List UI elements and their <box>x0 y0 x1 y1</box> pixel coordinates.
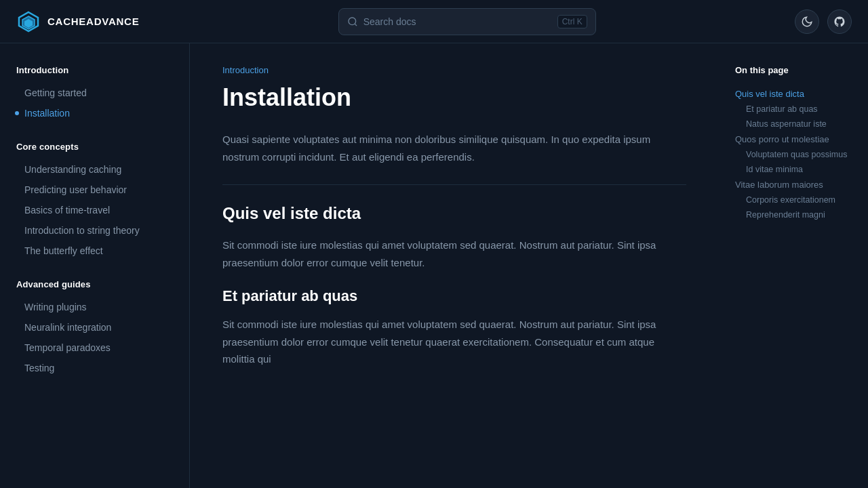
sidebar-section-title-introduction: Introduction <box>16 65 189 75</box>
toc-panel: On this page Quis vel iste dicta Et pari… <box>719 43 868 488</box>
sidebar-item-writing-plugins[interactable]: Writing plugins <box>16 298 189 317</box>
toc-item-quis-vel-iste-dicta[interactable]: Quis vel iste dicta <box>735 86 857 102</box>
toc-item-natus-aspernatur-iste[interactable]: Natus aspernatur iste <box>735 117 857 131</box>
breadcrumb: Introduction <box>222 65 686 75</box>
sidebar-item-getting-started[interactable]: Getting started <box>16 83 189 102</box>
sidebar-item-neuralink-integration[interactable]: Neuralink integration <box>16 318 189 337</box>
sidebar-section-title-core-concepts: Core concepts <box>16 142 189 152</box>
search-placeholder: Search docs <box>363 16 552 27</box>
intro-text: Quasi sapiente voluptates aut minima non… <box>222 131 686 165</box>
toc-item-reprehenderit-magni[interactable]: Reprehenderit magni <box>735 207 857 222</box>
main-layout: Introduction Getting started Installatio… <box>0 0 868 488</box>
sidebar-item-temporal-paradoxes[interactable]: Temporal paradoxes <box>16 338 189 357</box>
search-bar[interactable]: Search docs Ctrl K <box>338 8 596 35</box>
sidebar-item-predicting-user-behavior[interactable]: Predicting user behavior <box>16 180 189 199</box>
toc-item-corporis-exercitationem[interactable]: Corporis exercitationem <box>735 192 857 207</box>
toc-item-id-vitae-minima[interactable]: Id vitae minima <box>735 162 857 177</box>
sidebar-item-installation[interactable]: Installation <box>16 104 189 123</box>
search-shortcut: Ctrl K <box>557 15 587 28</box>
section-text-2: Sit commodi iste iure molestias qui amet… <box>222 316 686 368</box>
toc-title: On this page <box>735 65 857 75</box>
theme-toggle-button[interactable] <box>795 9 819 34</box>
section-heading-1: Quis vel iste dicta <box>222 204 686 223</box>
svg-line-4 <box>355 24 357 26</box>
logo-area: CACHEADVANCE <box>16 9 139 34</box>
sidebar-section-core-concepts: Core concepts Understanding caching Pred… <box>16 142 189 260</box>
section-heading-2: Et pariatur ab quas <box>222 287 686 305</box>
toc-item-et-pariatur-ab-quas[interactable]: Et pariatur ab quas <box>735 102 857 117</box>
sidebar-item-understanding-caching[interactable]: Understanding caching <box>16 160 189 179</box>
main-content: Introduction Installation Quasi sapiente… <box>190 43 719 488</box>
sidebar-section-introduction: Introduction Getting started Installatio… <box>16 65 189 123</box>
svg-point-3 <box>349 18 356 25</box>
page-title: Installation <box>222 83 686 112</box>
header-actions <box>795 9 852 34</box>
sidebar-item-the-butterfly-effect[interactable]: The butterfly effect <box>16 241 189 260</box>
github-icon <box>833 16 846 28</box>
section-text-1: Sit commodi iste iure molestias qui amet… <box>222 237 686 271</box>
search-icon <box>347 16 358 27</box>
logo-text: CACHEADVANCE <box>47 16 139 27</box>
sidebar: Introduction Getting started Installatio… <box>0 43 190 488</box>
sidebar-section-advanced-guides: Advanced guides Writing plugins Neuralin… <box>16 279 189 378</box>
sidebar-section-title-advanced-guides: Advanced guides <box>16 279 189 289</box>
github-button[interactable] <box>827 9 852 34</box>
sidebar-item-basics-of-time-travel[interactable]: Basics of time-travel <box>16 201 189 220</box>
toc-item-vitae-laborum-maiores[interactable]: Vitae laborum maiores <box>735 177 857 192</box>
moon-icon <box>801 16 813 28</box>
sidebar-item-testing[interactable]: Testing <box>16 359 189 378</box>
toc-item-quos-porro-ut-molestiae[interactable]: Quos porro ut molestiae <box>735 131 857 147</box>
logo-icon <box>16 9 41 34</box>
toc-item-voluptatem-quas-possimus[interactable]: Voluptatem quas possimus <box>735 147 857 162</box>
content-divider <box>222 184 686 185</box>
sidebar-item-introduction-to-string-theory[interactable]: Introduction to string theory <box>16 221 189 240</box>
header: CACHEADVANCE Search docs Ctrl K <box>0 0 868 43</box>
